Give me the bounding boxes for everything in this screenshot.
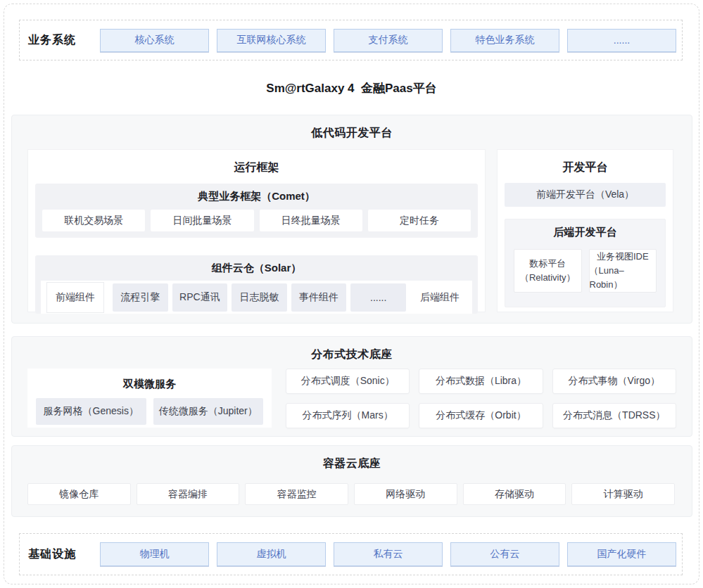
biz-system-core: 核心系统 — [100, 29, 209, 52]
backend-dev-platform-title: 后端开发平台 — [505, 219, 665, 239]
business-systems-section: 业务系统 核心系统 互联网核心系统 支付系统 特色业务系统 ...... — [19, 20, 683, 60]
comet-title: 典型业务框架（Comet） — [35, 184, 478, 203]
cc-item-monitoring: 容器监控 — [245, 483, 348, 505]
infra-item-physical-machine: 物理机 — [100, 542, 209, 566]
comet-item-intraday-batch: 日间批量场景 — [151, 210, 253, 231]
cc-item-network-driver: 网络驱动 — [354, 483, 457, 505]
comet-item-online-trading: 联机交易场景 — [42, 210, 145, 231]
distributed-item-virgo: 分布式事物（Virgo） — [552, 369, 676, 394]
platform-title: Sm@rtGalaxy 4 金融Paas平台 — [0, 80, 703, 96]
distributed-item-libra: 分布式数据（Libra） — [419, 369, 543, 394]
backend-item-luna-robin: 业务视图IDE （Luna–Robin） — [589, 249, 657, 293]
distributed-title: 分布式技术底座 — [12, 337, 692, 362]
business-systems-items: 核心系统 互联网核心系统 支付系统 特色业务系统 ...... — [100, 29, 682, 52]
backend-item-relativity-code: （Relativity） — [520, 271, 576, 285]
dual-mode-item-jupiter: 传统微服务（Jupiter） — [153, 398, 264, 425]
solar-item-rpc: RPC通讯 — [172, 283, 228, 312]
backend-item-relativity-name: 数标平台 — [529, 257, 566, 271]
infra-item-domestic-hardware: 国产化硬件 — [567, 542, 676, 566]
solar-title: 组件云仓（Solar） — [35, 255, 478, 275]
infra-item-private-cloud: 私有云 — [334, 542, 443, 566]
container-cloud-items: 镜像仓库 容器编排 容器监控 网络驱动 存储驱动 计算驱动 — [27, 483, 675, 505]
comet-item-scheduled-task: 定时任务 — [368, 210, 471, 231]
solar-panel: 组件云仓（Solar） 前端组件 流程引擎 RPC通讯 日志脱敏 事件组件 ..… — [35, 255, 478, 314]
frontend-dev-platform-vela: 前端开发平台（Vela） — [505, 183, 666, 207]
runtime-framework-box: 运行框架 典型业务框架（Comet） 联机交易场景 日间批量场景 日终批量场景 … — [27, 149, 486, 312]
solar-item-frontend-components: 前端组件 — [46, 282, 104, 313]
biz-system-internet-core: 互联网核心系统 — [217, 29, 326, 52]
comet-item-eod-batch: 日终批量场景 — [260, 210, 362, 231]
dual-mode-items: 服务网格（Genesis） 传统微服务（Jupiter） — [36, 398, 263, 425]
cc-item-compute-driver: 计算驱动 — [571, 483, 675, 505]
biz-system-ellipsis: ...... — [567, 29, 676, 52]
solar-item-log-masking: 日志脱敏 — [232, 283, 287, 312]
lowcode-body: 运行框架 典型业务框架（Comet） 联机交易场景 日间批量场景 日终批量场景 … — [27, 149, 673, 312]
solar-item-backend-components: 后端组件 — [413, 282, 467, 313]
distributed-item-sonic: 分布式调度（Sonic） — [286, 369, 410, 394]
infra-item-virtual-machine: 虚拟机 — [217, 542, 326, 566]
backend-item-relativity: 数标平台 （Relativity） — [514, 249, 582, 293]
lowcode-title: 低代码开发平台 — [12, 115, 692, 141]
backend-dev-platform-items: 数标平台 （Relativity） 业务视图IDE （Luna–Robin） — [514, 249, 657, 293]
cc-item-image-registry: 镜像仓库 — [27, 483, 131, 505]
solar-items: 前端组件 流程引擎 RPC通讯 日志脱敏 事件组件 ...... 后端组件 — [41, 281, 472, 314]
cc-item-orchestration: 容器编排 — [137, 483, 240, 505]
distributed-item-orbit: 分布式缓存（Orbit） — [419, 403, 543, 428]
backend-item-luna-robin-code: （Luna–Robin） — [590, 264, 657, 292]
container-cloud-section: 容器云底座 镜像仓库 容器编排 容器监控 网络驱动 存储驱动 计算驱动 — [11, 445, 692, 517]
runtime-framework-title: 运行框架 — [28, 150, 485, 175]
solar-item-ellipsis: ...... — [350, 283, 406, 312]
biz-system-payment: 支付系统 — [334, 29, 443, 52]
comet-items: 联机交易场景 日间批量场景 日终批量场景 定时任务 — [42, 210, 471, 238]
dual-mode-microservices-box: 双模微服务 服务网格（Genesis） 传统微服务（Jupiter） — [27, 369, 272, 428]
business-systems-label: 业务系统 — [20, 33, 100, 48]
infrastructure-label: 基础设施 — [20, 547, 100, 562]
backend-item-luna-robin-name: 业务视图IDE — [597, 250, 649, 264]
biz-system-special: 特色业务系统 — [450, 29, 559, 52]
distributed-grid: 分布式调度（Sonic） 分布式数据（Libra） 分布式事物（Virgo） 分… — [286, 369, 676, 428]
distributed-item-tdrss: 分布式消息（TDRSS） — [552, 403, 676, 428]
cc-item-storage-driver: 存储驱动 — [463, 483, 566, 505]
lowcode-section: 低代码开发平台 运行框架 典型业务框架（Comet） 联机交易场景 日间批量场景… — [11, 115, 692, 324]
solar-item-event-components: 事件组件 — [291, 283, 347, 312]
distributed-item-mars: 分布式序列（Mars） — [286, 403, 410, 428]
distributed-body: 双模微服务 服务网格（Genesis） 传统微服务（Jupiter） 分布式调度… — [27, 369, 676, 428]
infrastructure-section: 基础设施 物理机 虚拟机 私有云 公有云 国产化硬件 — [19, 533, 683, 575]
container-cloud-title: 容器云底座 — [12, 446, 692, 471]
backend-dev-platform-box: 后端开发平台 数标平台 （Relativity） 业务视图IDE （Luna–R… — [505, 219, 666, 307]
comet-panel: 典型业务框架（Comet） 联机交易场景 日间批量场景 日终批量场景 定时任务 — [35, 184, 478, 238]
distributed-section: 分布式技术底座 双模微服务 服务网格（Genesis） 传统微服务（Jupite… — [11, 336, 692, 437]
dual-mode-item-genesis: 服务网格（Genesis） — [36, 398, 146, 425]
infrastructure-items: 物理机 虚拟机 私有云 公有云 国产化硬件 — [100, 542, 682, 566]
dual-mode-title: 双模微服务 — [27, 369, 272, 391]
infra-item-public-cloud: 公有云 — [450, 542, 559, 566]
dev-platform-box: 开发平台 前端开发平台（Vela） 后端开发平台 数标平台 （Relativit… — [497, 149, 673, 312]
solar-item-process-engine: 流程引擎 — [113, 283, 168, 312]
dev-platform-title: 开发平台 — [498, 150, 673, 175]
